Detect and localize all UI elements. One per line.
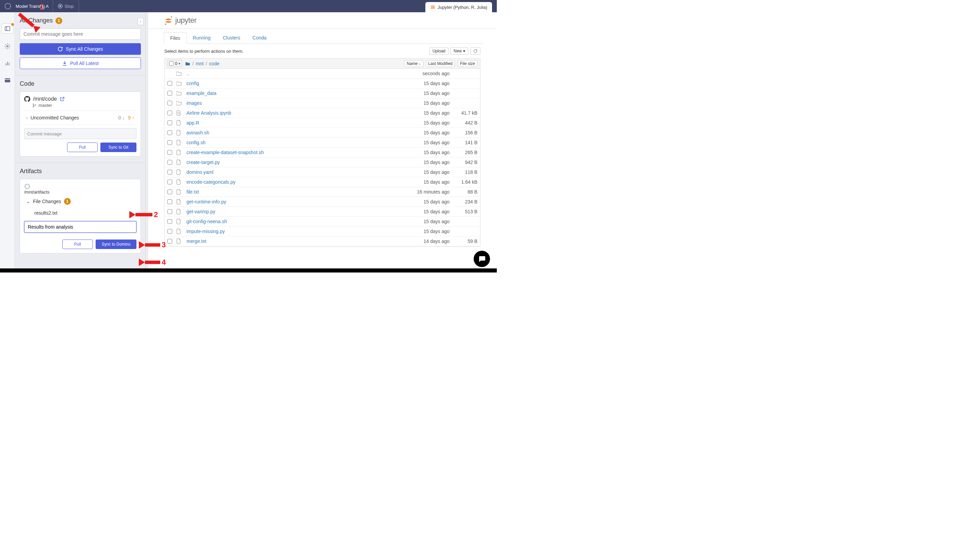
- file-row[interactable]: example_data15 days ago: [165, 89, 480, 99]
- data-nav[interactable]: [3, 76, 11, 84]
- sort-modified-button[interactable]: Last Modified: [426, 60, 455, 67]
- file-name[interactable]: domino.yaml: [186, 169, 395, 175]
- refresh-button[interactable]: [470, 47, 480, 55]
- file-name[interactable]: impute-missing.py: [186, 229, 395, 234]
- file-row[interactable]: images15 days ago: [165, 99, 480, 108]
- select-all-checkbox[interactable]: [169, 61, 173, 66]
- file-row[interactable]: merge.txt14 days ago59 B: [165, 237, 480, 246]
- sort-name-button[interactable]: Name ↓: [404, 60, 423, 67]
- uncommitted-changes-row[interactable]: › Uncommitted Changes 0 ↓ 9 ↑: [24, 111, 137, 125]
- file-row[interactable]: git-config-neena.sh15 days ago: [165, 217, 480, 227]
- file-name[interactable]: example_data: [186, 91, 395, 96]
- file-name[interactable]: merge.txt: [186, 238, 395, 244]
- file-name[interactable]: get-varimp.py: [186, 209, 395, 215]
- row-checkbox[interactable]: [167, 111, 172, 115]
- row-checkbox[interactable]: [167, 239, 172, 243]
- file-row[interactable]: impute-missing.py15 days ago: [165, 227, 480, 237]
- breadcrumb-mnt[interactable]: mnt: [196, 61, 204, 66]
- file-name[interactable]: encode-categoricals.py: [186, 179, 395, 185]
- row-checkbox[interactable]: [167, 81, 172, 86]
- sync-all-label: Sync All Changes: [66, 46, 103, 52]
- row-checkbox[interactable]: [167, 101, 172, 105]
- file-name[interactable]: images: [186, 100, 395, 106]
- file-name[interactable]: get-runtime-info.py: [186, 199, 395, 205]
- file-icon: [176, 238, 182, 244]
- row-checkbox[interactable]: [167, 91, 172, 95]
- row-checkbox[interactable]: [167, 189, 172, 194]
- workspace-tab[interactable]: Jupyter (Python, R, Julia): [425, 2, 492, 12]
- row-checkbox[interactable]: [167, 180, 172, 184]
- row-checkbox[interactable]: [167, 170, 172, 175]
- file-row[interactable]: domino.yaml15 days ago118 B: [165, 167, 480, 177]
- select-all-checkbox-group[interactable]: 0 ▾: [167, 60, 182, 67]
- file-name[interactable]: create-target.py: [186, 160, 395, 165]
- artifacts-commit-input[interactable]: [24, 221, 137, 233]
- file-icon: [176, 229, 182, 234]
- file-row[interactable]: config.sh15 days ago141 B: [165, 138, 480, 148]
- file-row[interactable]: create-target.py15 days ago942 B: [165, 157, 480, 167]
- external-link-icon[interactable]: [60, 96, 65, 102]
- file-name[interactable]: app.R: [186, 120, 395, 126]
- file-changes-row[interactable]: ⌄ File Changes 1: [24, 195, 137, 208]
- file-row[interactable]: create-example-dataset-snapshot.sh15 day…: [165, 148, 480, 157]
- artifacts-sync-button[interactable]: Sync to Domino: [95, 240, 137, 249]
- pull-all-button[interactable]: Pull All Latest: [20, 57, 141, 69]
- row-checkbox[interactable]: [167, 229, 172, 234]
- file-name[interactable]: config.sh: [186, 140, 395, 145]
- artifacts-pull-button[interactable]: Pull: [62, 240, 93, 249]
- workspace-tab-label: Jupyter (Python, R, Julia): [438, 5, 487, 10]
- upload-button[interactable]: Upload: [430, 47, 449, 55]
- row-checkbox[interactable]: [167, 209, 172, 214]
- row-checkbox[interactable]: [167, 160, 172, 165]
- tab-conda[interactable]: Conda: [247, 32, 272, 43]
- file-changes-label: File Changes: [33, 199, 61, 204]
- sort-size-button[interactable]: File size: [458, 60, 477, 67]
- file-name[interactable]: git-config-neena.sh: [186, 219, 395, 224]
- row-checkbox[interactable]: [167, 130, 172, 135]
- tab-running[interactable]: Running: [187, 32, 217, 43]
- tab-files[interactable]: Files: [164, 32, 187, 44]
- row-checkbox[interactable]: [167, 219, 172, 224]
- file-row[interactable]: get-varimp.py15 days ago513 B: [165, 207, 480, 217]
- row-checkbox[interactable]: [167, 199, 172, 204]
- metrics-nav[interactable]: [3, 59, 11, 67]
- row-checkbox[interactable]: [167, 121, 172, 125]
- collapse-panel-button[interactable]: ‹: [137, 18, 143, 25]
- file-row[interactable]: get-runtime-info.py15 days ago234 B: [165, 197, 480, 207]
- changes-panel-toggle[interactable]: [2, 24, 13, 33]
- file-row[interactable]: config15 days ago: [165, 79, 480, 89]
- file-row[interactable]: Airline Analysis.ipynb15 days ago41.7 kB: [165, 108, 480, 118]
- new-button[interactable]: New▾: [450, 47, 468, 55]
- sync-all-button[interactable]: Sync All Changes: [20, 43, 141, 55]
- file-row[interactable]: app.R15 days ago442 B: [165, 118, 480, 128]
- file-row[interactable]: ..seconds ago: [165, 69, 480, 79]
- file-name[interactable]: Airline Analysis.ipynb: [186, 110, 395, 116]
- file-name[interactable]: ..: [186, 71, 395, 76]
- file-name[interactable]: avinash.sh: [186, 130, 395, 135]
- file-name[interactable]: create-example-dataset-snapshot.sh: [186, 150, 395, 155]
- file-row[interactable]: file.txt16 minutes ago88 B: [165, 187, 480, 197]
- folder-icon[interactable]: [185, 62, 190, 66]
- code-sync-button[interactable]: Sync to Git: [100, 143, 137, 152]
- stop-button[interactable]: Stop: [53, 0, 79, 12]
- tab-clusters[interactable]: Clusters: [217, 32, 247, 43]
- commit-message-input[interactable]: [20, 28, 141, 40]
- file-icon: [176, 209, 182, 215]
- row-checkbox[interactable]: [167, 140, 172, 145]
- changed-file-item[interactable]: results2.txt: [24, 208, 137, 218]
- file-row[interactable]: avinash.sh15 days ago156 B: [165, 128, 480, 138]
- file-row[interactable]: encode-categoricals.py15 days ago1.64 kB: [165, 177, 480, 187]
- file-size: 59 B: [453, 238, 477, 244]
- file-name[interactable]: config: [186, 81, 395, 86]
- file-icon: [176, 189, 182, 195]
- row-checkbox[interactable]: [167, 150, 172, 155]
- file-modified: 15 days ago: [398, 110, 450, 116]
- breadcrumb-code[interactable]: code: [209, 61, 219, 66]
- panel-separator[interactable]: [146, 12, 148, 272]
- code-commit-input[interactable]: Commit message: [24, 128, 137, 139]
- settings-nav[interactable]: [3, 42, 11, 50]
- code-pull-button[interactable]: Pull: [67, 143, 98, 152]
- code-commit-placeholder: Commit message: [27, 131, 62, 137]
- chat-bubble[interactable]: [474, 251, 490, 267]
- file-name[interactable]: file.txt: [186, 189, 395, 195]
